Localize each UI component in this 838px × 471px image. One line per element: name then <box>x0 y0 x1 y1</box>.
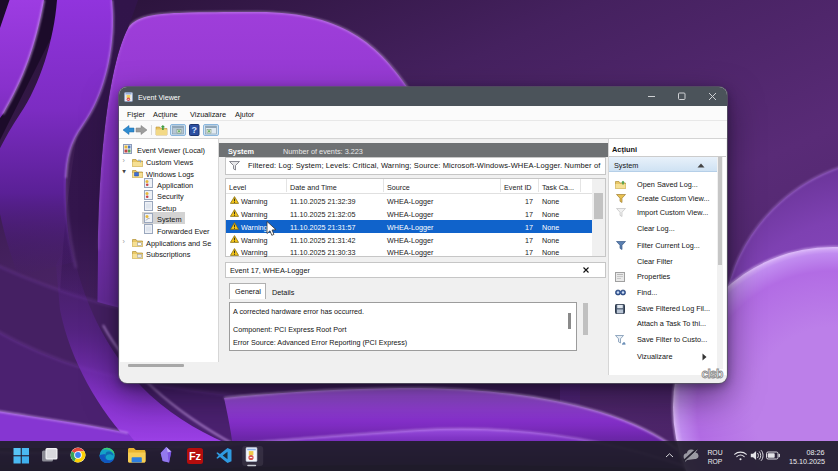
svg-text:ROU: ROU <box>707 449 722 456</box>
svg-text:clsb: clsb <box>702 367 723 381</box>
svg-text:?: ? <box>191 125 197 135</box>
svg-text:15.10.2025: 15.10.2025 <box>789 457 825 466</box>
svg-text:Fz: Fz <box>189 450 202 462</box>
svg-text:ROP: ROP <box>708 458 723 465</box>
svg-text:08:26: 08:26 <box>807 448 825 457</box>
